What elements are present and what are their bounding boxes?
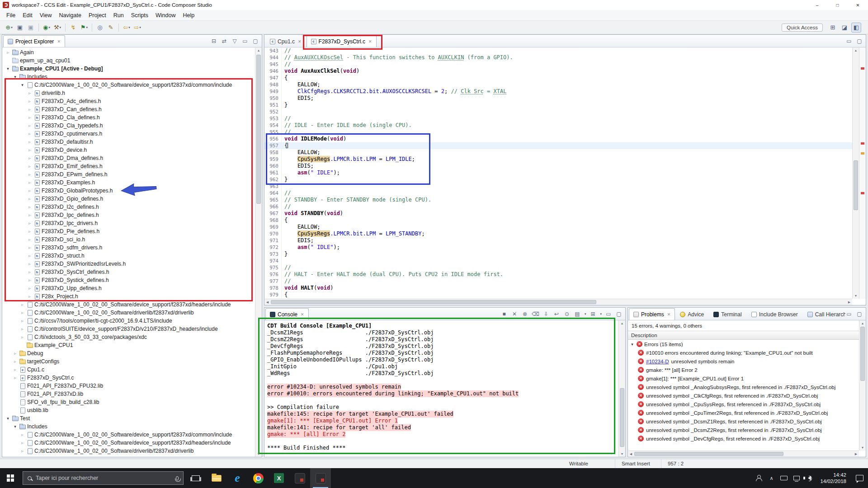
menu-scripts[interactable]: Scripts: [127, 11, 152, 20]
expand-arrow-icon[interactable]: ▹: [27, 123, 33, 128]
code-line[interactable]: 950 EDIS;: [264, 95, 852, 102]
code-line[interactable]: 946void AuxAuxClkSel(void): [264, 68, 852, 75]
tree-item[interactable]: ▹C:/ti/ccsv7/tools/compiler/ti-cgt-c2000…: [2, 317, 255, 325]
editor-tab-cpu1-c[interactable]: cCpu1.c✕: [265, 35, 306, 47]
code-line[interactable]: 949 ClkCfgRegs.CLKSRCCTL2.bit.AUXOSCCLKS…: [264, 88, 852, 95]
tree-item[interactable]: ▾C:/ti/C2000Ware_1_00_02_00_Software/dev…: [2, 81, 255, 89]
scroll-right-icon[interactable]: ▶: [853, 451, 859, 457]
maximize-window-button[interactable]: □: [827, 0, 848, 10]
code-line[interactable]: 976// HALT - Enter HALT mode (dual CPU).…: [264, 271, 852, 278]
close-icon[interactable]: ✕: [301, 312, 304, 317]
code-line[interactable]: 969 EALLOW;: [264, 224, 852, 230]
tree-item[interactable]: Example_CPU1: [2, 341, 255, 349]
scroll-down-icon[interactable]: ▼: [619, 451, 625, 457]
view-menu-icon[interactable]: ▽: [231, 38, 238, 44]
collapse-all-icon[interactable]: ⊟: [210, 38, 217, 44]
collapse-arrow-icon[interactable]: ▾: [630, 342, 635, 347]
taskbar-search-input[interactable]: Taper ici pour rechercher: [23, 471, 184, 485]
code-line[interactable]: 972 asm(" IDLE");: [264, 244, 852, 251]
file-explorer-taskbar-button[interactable]: [206, 468, 227, 488]
expand-arrow-icon[interactable]: ▹: [27, 270, 33, 274]
expand-arrow-icon[interactable]: ▹: [27, 148, 33, 152]
expand-arrow-icon[interactable]: ▹: [27, 278, 33, 282]
edit-annotate-icon[interactable]: ✎: [106, 23, 116, 33]
scroll-right-icon[interactable]: ▶: [846, 299, 852, 305]
menu-run[interactable]: Run: [110, 11, 127, 20]
menu-project[interactable]: Project: [85, 11, 110, 20]
tree-item[interactable]: ▾Includes: [2, 422, 255, 431]
tree-item[interactable]: ▹hF2837xD_Cla_typedefs.h: [2, 122, 255, 130]
editor-tab-f2837xd-sysctrl-c[interactable]: cF2837xD_SysCtrl.c✕: [307, 35, 377, 47]
quick-access-button[interactable]: Quick Access: [782, 23, 823, 32]
code-line[interactable]: 977//: [264, 278, 852, 285]
tree-item[interactable]: ▹hF2837xD_Adc_defines.h: [2, 97, 255, 105]
minimize-window-button[interactable]: –: [807, 0, 827, 10]
problem-row[interactable]: ✕unresolved symbol _ClkCfgRegs, first re…: [628, 391, 859, 400]
expand-arrow-icon[interactable]: ▹: [19, 432, 25, 437]
expand-arrow-icon[interactable]: ▹: [27, 180, 33, 185]
forward-icon[interactable]: ⇨▾: [132, 23, 142, 33]
flash-icon[interactable]: ↯: [68, 23, 78, 33]
ccs-edit-perspective-icon[interactable]: ◧: [851, 23, 861, 33]
tree-item[interactable]: ▹hF2837xD_struct.h: [2, 252, 255, 260]
scroll-left-icon[interactable]: ◀: [628, 451, 634, 457]
expand-arrow-icon[interactable]: ▹: [12, 359, 18, 364]
tree-item[interactable]: ▹hF2837xD_Ipc_drivers.h: [2, 219, 255, 227]
close-icon[interactable]: ✕: [667, 312, 671, 317]
tree-item[interactable]: ▹hF2837xD_Gpio_defines.h: [2, 195, 255, 203]
tree-item[interactable]: ▹hF2837xD_defaultisr.h: [2, 138, 255, 146]
error-code-link[interactable]: #10234-D: [646, 359, 669, 364]
problem-row[interactable]: ✕#10234-Dunresolved symbols remain: [628, 357, 859, 366]
tree-item[interactable]: ▹hF2837xD_GlobalPrototypes.h: [2, 187, 255, 195]
scrollbar-thumb[interactable]: [271, 300, 596, 304]
volume-tray-button[interactable]: [803, 468, 816, 488]
tree-item[interactable]: ▹C:/ti/C2000Ware_1_00_02_00_Software/dri…: [2, 309, 255, 317]
tab-project-explorer[interactable]: Project Explorer ✕: [3, 35, 65, 47]
menu-navigate[interactable]: Navigate: [56, 11, 85, 20]
tree-item[interactable]: ▹C:/ti/C2000Ware_1_00_02_00_Software/dri…: [2, 447, 255, 455]
tree-item[interactable]: ▹cCpu1.c: [2, 366, 255, 374]
tree-item[interactable]: ▹hF28x_Project.h: [2, 292, 255, 300]
scroll-left-icon[interactable]: ◀: [264, 299, 270, 305]
tab-terminal[interactable]: Terminal: [709, 308, 746, 320]
expand-arrow-icon[interactable]: ▹: [27, 253, 33, 258]
ccs-1-taskbar-button[interactable]: [289, 468, 310, 488]
tree-item[interactable]: ▹targetConfigs: [2, 357, 255, 366]
problem-row[interactable]: ✕gmake[1]: *** [Example_CPU1.out] Error …: [628, 374, 859, 383]
close-icon[interactable]: ✕: [298, 39, 302, 44]
expand-arrow-icon[interactable]: ▹: [27, 140, 33, 144]
excel-taskbar-button[interactable]: X: [269, 468, 289, 488]
maximize-view-icon[interactable]: ▢: [856, 311, 863, 317]
search-icon[interactable]: ◎: [95, 23, 105, 33]
expand-arrow-icon[interactable]: ▹: [27, 107, 33, 112]
remove-all-launches-icon[interactable]: ⊗: [521, 311, 528, 317]
problems-vertical-scrollbar[interactable]: ▲ ▼: [859, 320, 866, 450]
overview-error-marker[interactable]: [861, 67, 864, 70]
network-tray-button[interactable]: [790, 468, 803, 488]
scroll-down-icon[interactable]: ▼: [255, 451, 262, 457]
code-line[interactable]: 973}: [264, 251, 852, 258]
tab-include-browser[interactable]: Include Browser: [747, 308, 802, 320]
tree-item[interactable]: ▹hdriverlib.h: [2, 89, 255, 97]
back-icon[interactable]: ⇦▾: [122, 23, 132, 33]
minimize-view-icon[interactable]: ▭: [605, 311, 612, 317]
menu-window[interactable]: Window: [152, 11, 179, 20]
scroll-up-icon[interactable]: ▲: [859, 320, 866, 326]
editor-horizontal-scrollbar[interactable]: ◀ ▶: [264, 299, 852, 305]
tab-call-hierarchy[interactable]: Call Hierarchy: [803, 308, 845, 320]
expand-arrow-icon[interactable]: ▹: [5, 50, 11, 55]
expand-arrow-icon[interactable]: ▹: [27, 294, 33, 299]
problem-row[interactable]: ✕unresolved symbol _CpuSysRegs, first re…: [628, 400, 859, 408]
link-with-editor-icon[interactable]: ⇄: [221, 38, 228, 44]
editor-vertical-scrollbar[interactable]: ▲ ▼: [852, 47, 859, 299]
expand-arrow-icon[interactable]: ▹: [27, 229, 33, 234]
tree-item[interactable]: ▹hF2837xD_SysCtrl_defines.h: [2, 268, 255, 276]
expand-arrow-icon[interactable]: ▹: [27, 237, 33, 242]
tree-item[interactable]: ▾Test: [2, 414, 255, 422]
open-perspective-icon[interactable]: ⊞: [828, 23, 838, 33]
overview-error-marker[interactable]: [861, 192, 864, 194]
expand-arrow-icon[interactable]: ▹: [27, 205, 33, 209]
remove-launch-icon[interactable]: ✕: [511, 311, 518, 317]
expand-arrow-icon[interactable]: ▹: [27, 115, 33, 120]
tree-item[interactable]: ▹hF2837xD_Ipc_defines.h: [2, 211, 255, 219]
